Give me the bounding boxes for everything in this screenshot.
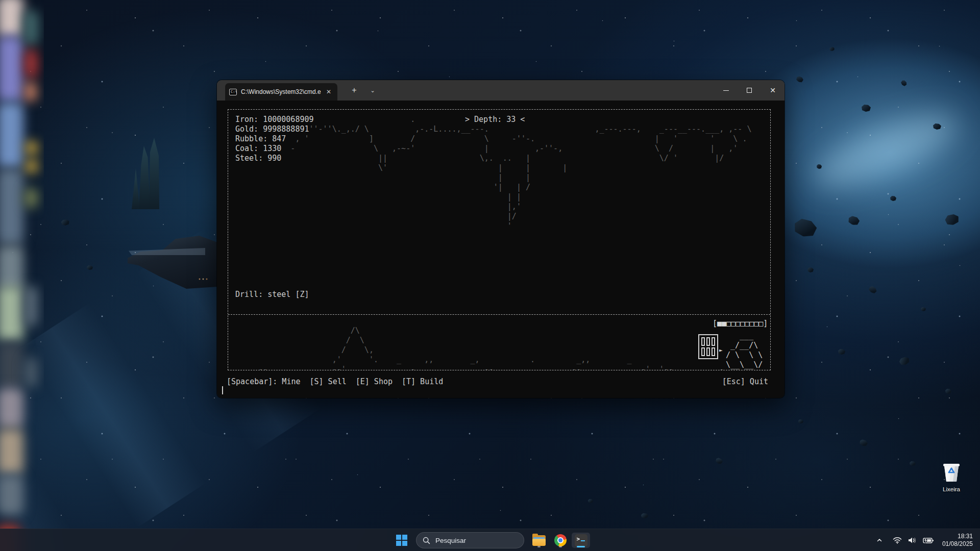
taskbar: Pesquisar > [0,529,980,551]
depth-indicator: > Depth: 33 < [465,115,525,124]
recycle-bin-icon [942,461,961,483]
stat-iron: Iron: 10000068909 [235,115,314,124]
close-icon: ✕ [770,87,776,94]
tray-chevron-button[interactable] [873,532,886,548]
new-tab-button[interactable]: + [346,80,363,101]
left-icons-blur-strip [0,0,44,551]
terminal-tab[interactable]: C:\ C:\Windows\System32\cmd.e ✕ [225,83,337,101]
active-indicator [577,546,585,547]
stat-rubble: Rubble: 847 [235,134,286,144]
maximize-icon [747,88,752,93]
battery-charging-icon [923,537,934,544]
minimize-button[interactable] [714,80,738,101]
terminal-body[interactable]: . ''-''\._,./ \ ,-.-L....,__---. ,_---.-… [217,101,785,398]
windows-logo-icon [396,535,407,546]
menu-hint-shop: [E] Shop [356,377,393,387]
ore-rock-ascii: ___ _/__/\ / \ \ \ \__\__\/ [726,331,763,370]
chrome-button[interactable] [551,533,570,548]
section-divider [228,314,770,315]
file-explorer-button[interactable] [530,533,548,548]
stat-steel: Steel: 990 [235,154,281,163]
search-box[interactable]: Pesquisar [416,532,524,548]
close-button[interactable]: ✕ [761,80,785,101]
tab-close-icon[interactable]: ✕ [324,88,333,95]
maximize-button[interactable] [738,80,761,101]
recycle-bin-label: Lixeira [937,486,966,492]
clock-time: 18:31 [942,533,973,540]
terminal-cursor [222,386,223,394]
running-indicator [537,546,541,547]
menu-hint-mine: [Spacebar]: Mine [227,377,301,387]
search-icon [423,537,430,544]
chevron-up-icon [876,537,883,543]
wifi-icon [893,537,902,544]
volume-icon [908,537,917,544]
cmd-icon: C:\ [229,89,237,95]
battery-button[interactable] [920,532,937,548]
stat-gold: Gold: 9998888891 [235,124,309,134]
game-border: . ''-''\._,./ \ ,-.-L....,__---. ,_---.-… [228,109,771,370]
taskbar-clock[interactable]: 18:31 01/08/2025 [942,533,973,548]
menu-hint-quit: [Esc] Quit [722,377,768,387]
terminal-taskbar-button[interactable]: > [572,533,590,548]
menu-hint-sell: [S] Sell [310,377,347,387]
terminal-window: C:\ C:\Windows\System32\cmd.e ✕ + ⌄ ✕ . … [217,80,785,398]
surface-terrain-ascii: /\ / \ / \, ,' '. _ ,, _, . _,, _ _,,--.… [235,316,724,370]
stat-coal: Coal: 1330 [235,144,281,154]
running-indicator [559,546,562,547]
clock-date: 01/08/2025 [942,540,973,548]
search-placeholder: Pesquisar [435,537,466,544]
drill-status: Drill: steel [Z] [235,290,309,299]
mine-terrain-ascii: . ''-''\._,./ \ ,-.-L....,__---. ,_---.-… [235,115,751,231]
recycle-bin[interactable]: Lixeira [937,461,966,492]
key-hint-bar: [Spacebar]: Mine [S] Sell [E] Shop [T] B… [227,377,443,387]
tab-dropdown-button[interactable]: ⌄ [365,80,380,101]
folder-icon [532,535,546,546]
chrome-icon [554,534,567,546]
system-tray: 18:31 01/08/2025 [873,529,980,551]
tab-title: C:\Windows\System32\cmd.e [241,88,324,95]
wallpaper: Lixeira C:\ C:\Windows\System32\cmd.e ✕ … [0,0,980,551]
terminal-titlebar[interactable]: C:\ C:\Windows\System32\cmd.e ✕ + ⌄ ✕ [217,80,785,101]
spaceship-lights [198,278,209,281]
start-button[interactable] [393,533,411,548]
wifi-button[interactable] [890,532,905,548]
terminal-icon: > [575,534,587,547]
minimize-icon [723,90,729,91]
menu-hint-build: [T] Build [402,377,443,387]
volume-button[interactable] [905,532,920,548]
